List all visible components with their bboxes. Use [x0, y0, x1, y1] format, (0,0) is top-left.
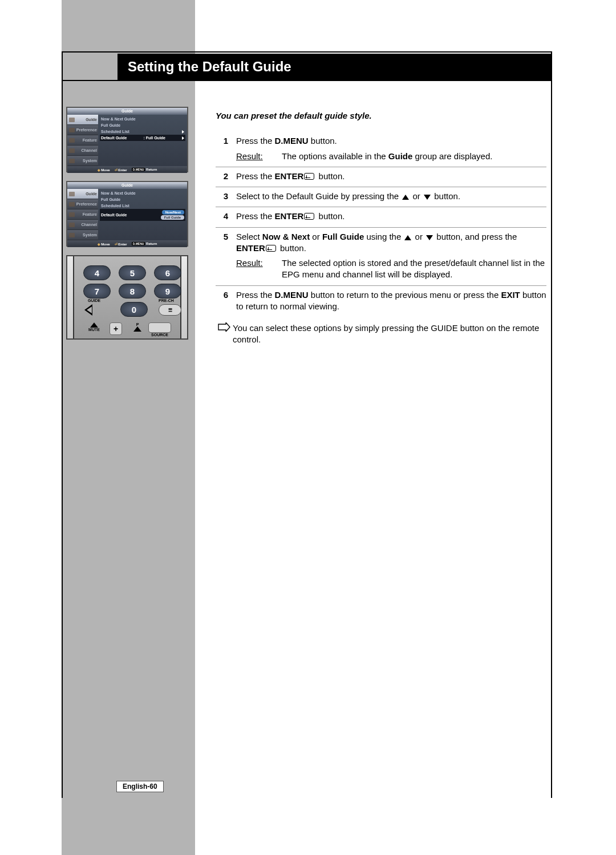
- title-divider: [62, 80, 552, 81]
- remote-num-5: 5: [119, 265, 146, 280]
- menu-footer: ◆ Move ⏎ Enter D.MENU Return: [67, 166, 187, 173]
- page-title: Setting the Default Guide: [117, 54, 551, 80]
- triangle-up-icon: [404, 235, 411, 240]
- remote-num-6: 6: [154, 265, 181, 280]
- option-full-guide: Full Guide: [161, 215, 184, 220]
- triangle-up-icon: [133, 326, 141, 332]
- step-number: 2: [216, 171, 236, 182]
- step-1: 1 Press the D.MENU button. Result: The o…: [216, 132, 546, 167]
- intro-text: You can preset the default guide style.: [216, 110, 546, 122]
- result-label: Result:: [236, 151, 282, 162]
- side-channel: Channel: [67, 146, 98, 156]
- list-full-guide: Full Guide: [100, 196, 185, 203]
- list-scheduled: Scheduled List: [100, 203, 185, 209]
- side-preference: Preference: [67, 199, 98, 209]
- enter-icon: [266, 245, 276, 252]
- triangle-right-icon: [182, 130, 184, 134]
- step-number: 3: [216, 191, 236, 202]
- step-number: 1: [216, 135, 236, 162]
- step-3: 3 Select to the Default Guide by pressin…: [216, 187, 546, 207]
- side-preference: Preference: [67, 125, 98, 135]
- remote-mute-label: MUTE: [88, 328, 100, 332]
- step-4: 4 Press the ENTER button.: [216, 207, 546, 227]
- remote-num-8: 8: [119, 284, 146, 299]
- result-label: Result:: [236, 257, 282, 281]
- list-default-guide: Default Guide Now/Next Full Guide: [100, 209, 185, 221]
- step-number: 4: [216, 211, 236, 222]
- remote-num-9: 9: [154, 284, 181, 299]
- side-guide: Guide: [67, 115, 98, 125]
- triangle-right-icon: [182, 136, 184, 140]
- triangle-down-icon: [424, 195, 431, 200]
- list-now-next: Now & Next Guide: [100, 190, 185, 196]
- triangle-up-icon: [90, 322, 98, 328]
- menu-screenshot-1: Guide Guide Preference Feature Channel S…: [66, 107, 188, 172]
- side-system: System: [67, 156, 98, 166]
- remote-num-4: 4: [83, 265, 111, 280]
- side-guide: Guide: [67, 189, 98, 199]
- list-default-guide: Default Guide: Full Guide: [100, 135, 185, 141]
- step-5: 5 Select Now & Next or Full Guide using …: [216, 228, 546, 286]
- note-arrow-icon: [218, 322, 233, 346]
- list-full-guide: Full Guide: [100, 122, 185, 128]
- step-2: 2 Press the ENTER button.: [216, 167, 546, 187]
- remote-num-0: 0: [120, 302, 148, 317]
- side-system: System: [67, 230, 98, 240]
- step-number: 6: [216, 289, 236, 313]
- side-feature: Feature: [67, 135, 98, 146]
- remote-p-label: P: [136, 322, 139, 326]
- step-6: 6 Press the D.MENU button to return to t…: [216, 286, 546, 317]
- menu-header: Guide: [67, 182, 187, 189]
- remote-num-7: 7: [83, 284, 111, 299]
- plus-icon: +: [110, 322, 122, 335]
- enter-icon: [304, 213, 314, 220]
- menu-footer: ◆ Move ⏎ Enter D.MENU Return: [67, 240, 187, 247]
- list-scheduled: Scheduled List: [100, 128, 185, 135]
- page-number: English-60: [116, 781, 164, 792]
- side-channel: Channel: [67, 220, 98, 230]
- step-number: 5: [216, 231, 236, 281]
- remote-screenshot: 4 5 6 7 8 9 GUIDE PRE-CH 0 ☰ MUTE + P SO…: [66, 255, 188, 340]
- menu-screenshot-2: Guide Guide Preference Feature Channel S…: [66, 181, 188, 247]
- remote-source-label: SOURCE: [151, 333, 168, 337]
- note: You can select these options by simply p…: [216, 322, 546, 346]
- menu-header: Guide: [67, 108, 187, 115]
- triangle-up-icon: [402, 195, 409, 200]
- triangle-down-icon: [426, 235, 433, 240]
- enter-icon: [304, 173, 314, 180]
- remote-source-btn: [148, 322, 171, 333]
- option-now-next: Now/Next: [162, 210, 184, 215]
- side-feature: Feature: [67, 209, 98, 220]
- remote-prech-btn: ☰: [159, 304, 181, 316]
- instructions: You can preset the default guide style. …: [216, 110, 546, 346]
- list-now-next: Now & Next Guide: [100, 116, 185, 122]
